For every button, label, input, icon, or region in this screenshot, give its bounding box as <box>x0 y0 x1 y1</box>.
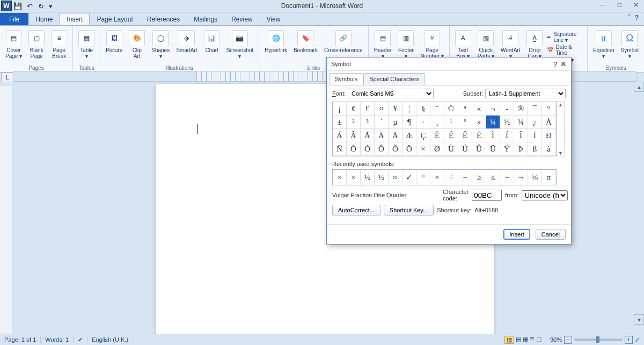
symbol-cell[interactable]: » <box>472 116 486 129</box>
equation-button[interactable]: πEquation ▾ <box>591 29 616 60</box>
symbol-cell[interactable]: Ã <box>361 129 375 142</box>
symbol-cell[interactable]: Ü <box>486 142 500 156</box>
recent-symbol-cell[interactable]: → <box>514 170 528 185</box>
minimize-icon[interactable]: — <box>596 0 609 10</box>
hyperlink-button[interactable]: 🌐Hyperlink <box>262 29 289 54</box>
symbol-cell[interactable]: - <box>500 102 514 116</box>
symbol-cell[interactable]: · <box>416 116 430 129</box>
recent-symbol-cell[interactable]: ≤ <box>486 170 500 185</box>
symbol-cell[interactable]: ¢ <box>347 102 361 116</box>
shapes-button[interactable]: ◯Shapes ▾ <box>149 29 172 60</box>
recent-symbol-cell[interactable]: π <box>542 170 556 185</box>
clipart-button[interactable]: 🎨Clip Art <box>127 29 147 60</box>
symbol-cell[interactable]: È <box>430 129 444 142</box>
subset-select[interactable]: Latin-1 Supplement <box>485 89 566 98</box>
recent-symbols-grid[interactable]: ××½½≈✓°×÷−≥≤−→⅝π <box>332 169 557 185</box>
cover-page-button[interactable]: ▤Cover Page ▾ <box>3 29 24 60</box>
recent-symbol-cell[interactable]: ≥ <box>472 170 486 185</box>
crossref-button[interactable]: 🔗Cross-reference <box>322 29 365 54</box>
recent-symbol-cell[interactable]: ⅝ <box>528 170 542 185</box>
dropcap-button[interactable]: A̲Drop Cap ▾ <box>524 29 545 60</box>
help-icon[interactable]: ? <box>635 14 639 21</box>
dialog-titlebar[interactable]: Symbol ? ✕ <box>327 58 571 71</box>
view-printlayout-icon[interactable]: ▥ <box>504 336 514 344</box>
recent-symbol-cell[interactable]: ½ <box>361 170 375 185</box>
status-language[interactable]: English (U.K.) <box>87 336 133 343</box>
view-weblayout-icon[interactable]: ▦ <box>523 336 528 344</box>
symbol-cell[interactable]: Õ <box>389 142 402 156</box>
symbol-cell[interactable]: Ï <box>528 129 542 142</box>
tab-mailings[interactable]: Mailings <box>187 13 224 25</box>
tab-selector[interactable]: L <box>1 73 14 82</box>
zoom-out-button[interactable]: − <box>564 336 572 344</box>
symbol-cell[interactable]: Í <box>500 129 514 142</box>
insert-button[interactable]: Insert <box>503 229 530 240</box>
autocorrect-button[interactable]: AutoCorrect... <box>332 205 380 215</box>
recent-symbol-cell[interactable]: ½ <box>375 170 389 185</box>
symbol-cell[interactable]: Ä <box>375 129 389 142</box>
recent-symbol-cell[interactable]: ✓ <box>402 170 416 185</box>
symbol-grid-scrollbar[interactable]: ▲ ▼ <box>557 102 565 156</box>
symbol-cell[interactable]: ¥ <box>389 102 402 116</box>
symbol-cell[interactable]: à <box>542 142 556 156</box>
recent-symbol-cell[interactable]: × <box>430 170 444 185</box>
page-break-button[interactable]: ≡Page Break <box>49 29 69 60</box>
symbol-cell[interactable]: £ <box>361 102 375 116</box>
screenshot-button[interactable]: 📷Screenshot ▾ <box>224 29 256 60</box>
status-words[interactable]: Words: 1 <box>41 336 74 343</box>
status-spellcheck[interactable]: ✔ <box>74 336 87 343</box>
symbol-cell[interactable]: Â <box>347 129 361 142</box>
date-time-button[interactable]: 📅Date & Time <box>547 44 584 56</box>
symbol-cell[interactable]: ß <box>528 142 542 156</box>
symbol-cell[interactable]: ± <box>333 116 347 129</box>
close-icon[interactable]: ✕ <box>630 0 642 10</box>
tab-view[interactable]: View <box>260 13 288 25</box>
symbol-cell[interactable]: Ñ <box>333 142 347 156</box>
symbol-cell[interactable]: ´ <box>375 116 389 129</box>
tab-review[interactable]: Review <box>224 13 259 25</box>
bookmark-button[interactable]: 🔖Bookmark <box>291 29 320 54</box>
zoom-value[interactable]: 90% <box>550 336 562 343</box>
symbol-cell[interactable]: ¸ <box>430 116 444 129</box>
save-icon[interactable]: 💾 <box>13 2 22 10</box>
smartart-button[interactable]: ⬗SmartArt <box>174 29 199 54</box>
recent-symbol-cell[interactable]: − <box>458 170 472 185</box>
scroll-up-icon[interactable]: ▲ <box>558 102 563 107</box>
chart-button[interactable]: 📊Chart <box>202 29 222 54</box>
tab-insert[interactable]: Insert <box>60 13 90 25</box>
symbol-grid[interactable]: ¡¢£¤¥¦§¨©ª«¬-®¯°±²³´µ¶·¸¹º»¼½¾¿ÀÁÂÃÄÅÆÇÈ… <box>332 102 557 156</box>
page-number-button[interactable]: #Page Number ▾ <box>418 29 445 60</box>
symbol-cell[interactable]: Á <box>333 129 347 142</box>
recent-symbol-cell[interactable]: × <box>333 170 347 185</box>
symbol-cell[interactable]: ® <box>514 102 528 116</box>
dialog-help-icon[interactable]: ? <box>553 60 557 68</box>
maximize-icon[interactable]: □ <box>614 0 625 10</box>
tab-special-characters[interactable]: Special Characters <box>363 73 425 85</box>
symbol-cell[interactable]: Ì <box>486 129 500 142</box>
view-draft-icon[interactable]: ▢ <box>536 336 541 344</box>
symbol-cell[interactable]: © <box>444 102 458 116</box>
undo-icon[interactable]: ↶ <box>27 2 33 10</box>
symbol-cell[interactable]: º <box>458 116 472 129</box>
header-button[interactable]: ▤Header ▾ <box>372 29 394 60</box>
scroll-down-button[interactable]: ▾ <box>634 314 644 325</box>
symbol-cell[interactable]: Ó <box>361 142 375 156</box>
symbol-cell[interactable]: × <box>416 142 430 156</box>
picture-button[interactable]: 🖼Picture <box>104 29 125 54</box>
symbol-cell[interactable]: Ô <box>375 142 389 156</box>
symbol-cell[interactable]: µ <box>389 116 402 129</box>
table-button[interactable]: ▦Table ▾ <box>76 29 97 60</box>
symbol-cell[interactable]: ° <box>542 102 556 116</box>
dialog-close-icon[interactable]: ✕ <box>560 60 567 68</box>
symbol-cell[interactable]: Ð <box>542 129 556 142</box>
symbol-cell[interactable]: « <box>472 102 486 116</box>
symbol-cell[interactable]: É <box>444 129 458 142</box>
wordart-button[interactable]: AWordArt ▾ <box>499 29 523 60</box>
symbol-cell[interactable]: Ç <box>416 129 430 142</box>
zoom-slider[interactable] <box>574 339 623 341</box>
cancel-button[interactable]: Cancel <box>536 229 566 240</box>
symbol-cell[interactable]: ¶ <box>402 116 416 129</box>
symbol-cell[interactable]: Ú <box>458 142 472 156</box>
symbol-button[interactable]: ΩSymbol ▾ <box>619 29 641 60</box>
symbol-cell[interactable]: ¦ <box>402 102 416 116</box>
